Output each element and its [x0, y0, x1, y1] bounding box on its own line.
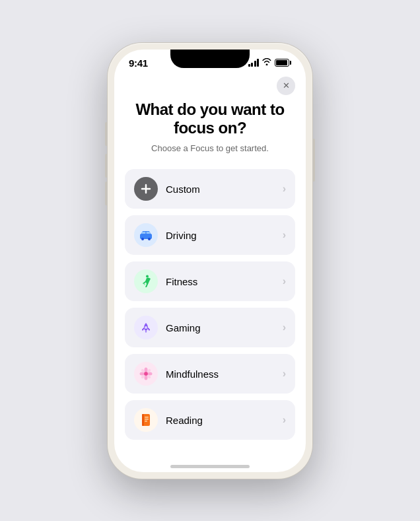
- run-icon: [141, 275, 151, 288]
- close-button-row: ✕: [125, 77, 295, 95]
- home-bar: [170, 465, 250, 468]
- book-icon: [141, 413, 151, 427]
- wifi-icon: [262, 58, 271, 67]
- focus-list: Custom › Drivi: [125, 169, 295, 440]
- page-title: What do you want to focus on?: [131, 100, 289, 139]
- svg-point-8: [145, 326, 147, 329]
- focus-item-reading[interactable]: Reading ›: [125, 400, 295, 440]
- mindfulness-label: Mindfulness: [166, 368, 283, 380]
- custom-label: Custom: [166, 184, 283, 195]
- svg-point-11: [145, 376, 148, 380]
- driving-icon-wrap: [134, 223, 158, 247]
- reading-icon-wrap: [134, 408, 158, 432]
- svg-point-18: [145, 372, 148, 376]
- battery-icon: [275, 59, 291, 67]
- svg-rect-6: [147, 232, 151, 234]
- svg-rect-22: [145, 419, 149, 420]
- custom-icon-wrap: [134, 177, 158, 201]
- reading-label: Reading: [166, 415, 283, 426]
- svg-point-13: [148, 372, 153, 376]
- mindfulness-chevron: ›: [283, 368, 286, 380]
- plus-icon: [140, 183, 152, 195]
- status-icons: [248, 58, 292, 67]
- phone-screen: 9:41: [114, 50, 306, 472]
- svg-point-10: [145, 368, 148, 372]
- svg-rect-21: [145, 417, 149, 418]
- screen-content: ✕ What do you want to focus on? Choose a…: [114, 71, 306, 454]
- gaming-chevron: ›: [283, 322, 286, 333]
- focus-item-mindfulness[interactable]: Mindfulness ›: [125, 354, 295, 394]
- fitness-label: Fitness: [166, 276, 283, 287]
- svg-point-4: [148, 238, 151, 240]
- focus-item-fitness[interactable]: Fitness ›: [125, 261, 295, 301]
- notch: [170, 50, 250, 68]
- svg-rect-20: [142, 414, 144, 426]
- svg-point-3: [141, 238, 144, 240]
- driving-chevron: ›: [283, 229, 286, 241]
- fitness-icon-wrap: [134, 269, 158, 293]
- svg-rect-5: [142, 232, 146, 234]
- custom-chevron: ›: [283, 183, 286, 195]
- fitness-chevron: ›: [283, 275, 286, 287]
- car-icon: [139, 230, 153, 240]
- signal-icon: [248, 59, 260, 67]
- close-button[interactable]: ✕: [277, 77, 295, 95]
- driving-label: Driving: [166, 230, 283, 241]
- svg-rect-23: [145, 421, 147, 422]
- svg-point-7: [146, 275, 149, 278]
- phone-frame: 9:41: [108, 43, 312, 479]
- close-icon: ✕: [283, 81, 290, 90]
- focus-item-driving[interactable]: Driving ›: [125, 215, 295, 255]
- flower-icon: [139, 367, 153, 380]
- status-time: 9:41: [129, 57, 148, 69]
- gaming-label: Gaming: [166, 322, 283, 333]
- focus-item-gaming[interactable]: Gaming ›: [125, 308, 295, 347]
- mindfulness-icon-wrap: [134, 362, 158, 386]
- focus-item-custom[interactable]: Custom ›: [125, 169, 295, 209]
- home-indicator: [114, 454, 306, 472]
- reading-chevron: ›: [283, 414, 286, 426]
- svg-point-12: [140, 372, 145, 376]
- rocket-icon: [140, 322, 152, 333]
- page-subtitle: Choose a Focus to get started.: [131, 143, 289, 153]
- page-header: What do you want to focus on? Choose a F…: [125, 100, 295, 154]
- gaming-icon-wrap: [134, 316, 158, 339]
